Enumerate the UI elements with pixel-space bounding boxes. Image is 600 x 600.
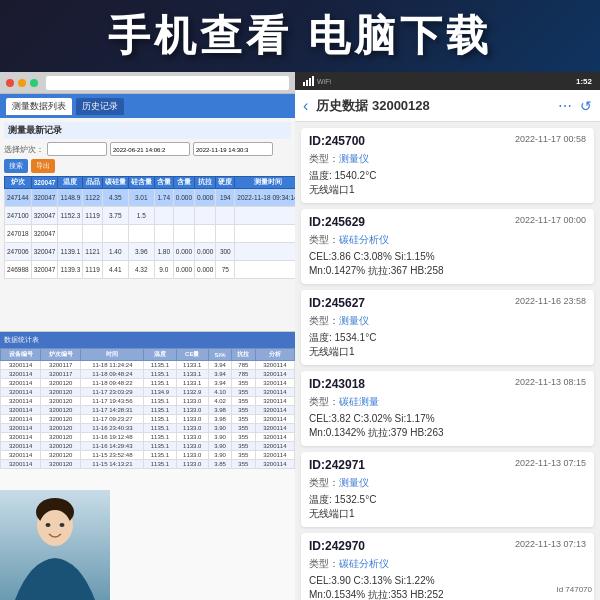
left-top-section: 测量数据列表 历史记录 测量最新记录 选择炉次： 2022-06-21 14:0… (0, 72, 295, 332)
record-id: ID:245627 (309, 296, 365, 310)
cell-4-8: 0.000 (195, 261, 216, 279)
cell-1-3: 1119 (83, 207, 102, 225)
sc-5-3: 1135.1 (144, 406, 176, 415)
minimize-dot[interactable] (18, 79, 26, 87)
sig2 (306, 80, 308, 86)
sc-6-1: 3200120 (41, 415, 81, 424)
record-id: ID:245629 (309, 215, 365, 229)
data-table: 炉次 320047 温度 品品 碳硅量 硅含量 含量 含量 抗拉 硬度 测量时间… (4, 176, 295, 279)
sc-6-0: 3200114 (1, 415, 41, 424)
record-id: ID:242971 (309, 458, 365, 472)
table-row: 2470063200471139.111211.403.961.800.0000… (5, 243, 296, 261)
data-table-body: 2471443200471148.911224.353.011.740.0000… (5, 189, 296, 279)
tab-history[interactable]: 历史记录 (76, 98, 124, 115)
cell-0-10: 2022-11-18 09:34:14 (235, 189, 295, 207)
nav-icons: ⋯ ↺ (558, 98, 592, 114)
list-item[interactable]: ID:2457002022-11-17 00:58类型：测量仪温度: 1540.… (301, 128, 594, 203)
spreadsheet-table: 设备编号炉次编号时间温度CE量Si%抗拉分析 3200114320011711-… (0, 348, 295, 469)
sc-9-4: 1133.0 (176, 442, 208, 451)
cell-2-9 (216, 225, 235, 243)
refresh-icon[interactable]: ↺ (580, 98, 592, 114)
sc-10-5: 3.90 (208, 451, 231, 460)
cell-3-5: 3.96 (128, 243, 154, 261)
list-item[interactable]: ID:2429702022-11-13 07:13类型：碳硅分析仪CEL:3.9… (301, 533, 594, 600)
table-row: 2471443200471148.911224.353.011.740.0000… (5, 189, 296, 207)
sc-6-2: 11-17 09:23:27 (81, 415, 144, 424)
spreadsheet-title: 数据统计表 (4, 335, 39, 345)
sc-8-6: 355 (232, 433, 256, 442)
maximize-dot[interactable] (30, 79, 38, 87)
cell-0-7: 0.000 (173, 189, 194, 207)
sc-7-3: 1135.1 (144, 424, 176, 433)
sc-2-3: 1135.1 (144, 379, 176, 388)
list-item[interactable]: ID:2429712022-11-13 07:15类型：测量仪温度: 1532.… (301, 452, 594, 527)
list-item: 3200114320011711-18 09:48:241135.11133.1… (1, 370, 295, 379)
sc-0-2: 11-18 11:24:24 (81, 361, 144, 370)
col-mn: 含量 (154, 177, 173, 189)
sc-8-2: 11-16 19:12:48 (81, 433, 144, 442)
sc-1-7: 3200114 (255, 370, 294, 379)
date-to-input[interactable]: 2022-11-19 14:30:3 (193, 142, 273, 156)
sc-2-5: 3.94 (208, 379, 231, 388)
export-button[interactable]: 导出 (31, 159, 55, 173)
sc-2-6: 355 (232, 379, 256, 388)
record-type: 类型：测量仪 (309, 152, 586, 166)
sh-col-0: 设备编号 (1, 349, 41, 361)
cell-3-9: 300 (216, 243, 235, 261)
svg-point-5 (60, 523, 65, 527)
cell-0-5: 3.01 (128, 189, 154, 207)
url-bar[interactable] (46, 76, 289, 90)
furnace-select[interactable] (47, 142, 107, 156)
list-item[interactable]: ID:2456292022-11-17 00:00类型：碳硅分析仪CEL:3.8… (301, 209, 594, 284)
list-item: 3200114320012011-15 14:13:211135.11133.0… (1, 460, 295, 469)
col-grade: 品品 (83, 177, 102, 189)
cell-4-5: 4.32 (128, 261, 154, 279)
record-data: CEL:3.86 C:3.08% Si:1.15%Mn:0.1427% 抗拉:3… (309, 250, 586, 278)
sc-2-7: 3200114 (255, 379, 294, 388)
sc-2-1: 3200120 (41, 379, 81, 388)
search-button[interactable]: 搜索 (4, 159, 28, 173)
list-item[interactable]: ID:2430182022-11-13 08:15类型：碳硅测量CEL:3.82… (301, 371, 594, 446)
col-carbon: 碳硅量 (102, 177, 128, 189)
sc-10-7: 3200114 (255, 451, 294, 460)
sc-9-7: 3200114 (255, 442, 294, 451)
sh-col-1: 炉次编号 (41, 349, 81, 361)
cell-0-8: 0.000 (195, 189, 216, 207)
cell-1-5: 1.5 (128, 207, 154, 225)
record-type: 类型：测量仪 (309, 314, 586, 328)
sc-10-3: 1135.1 (144, 451, 176, 460)
record-id: ID:245700 (309, 134, 365, 148)
date-from-input[interactable]: 2022-06-21 14:06:2 (110, 142, 190, 156)
svg-point-4 (46, 523, 51, 527)
cell-3-4: 1.40 (102, 243, 128, 261)
record-id: ID:243018 (309, 377, 365, 391)
mobile-frame: WiFi 1:52 ‹ 历史数据 32000128 ⋯ ↺ ID:2457002… (295, 72, 600, 600)
top-banner: 手机查看 电脑下载 (0, 0, 600, 72)
cell-3-7: 0.000 (173, 243, 194, 261)
sc-5-2: 11-17 14:28:31 (81, 406, 144, 415)
more-icon[interactable]: ⋯ (558, 98, 572, 114)
list-item[interactable]: ID:2456272022-11-16 23:58类型：测量仪温度: 1534.… (301, 290, 594, 365)
sc-9-6: 355 (232, 442, 256, 451)
back-button[interactable]: ‹ (303, 97, 308, 115)
sc-8-1: 3200120 (41, 433, 81, 442)
left-bottom-section: 数据统计表 设备编号炉次编号时间温度CE量Si%抗拉分析 32001143200… (0, 332, 295, 600)
cell-3-2: 1139.1 (58, 243, 83, 261)
cell-2-7 (173, 225, 194, 243)
sc-9-1: 3200120 (41, 442, 81, 451)
record-data: CEL:3.82 C:3.02% Si:1.17%Mn:0.1342% 抗拉:3… (309, 412, 586, 440)
col-id: 炉次 (5, 177, 32, 189)
cell-1-0: 247100 (5, 207, 32, 225)
cell-2-8 (195, 225, 216, 243)
record-type: 类型：测量仪 (309, 476, 586, 490)
record-type: 类型：碳硅测量 (309, 395, 586, 409)
sc-6-5: 3.98 (208, 415, 231, 424)
sc-5-7: 3200114 (255, 406, 294, 415)
main-area: 测量数据列表 历史记录 测量最新记录 选择炉次： 2022-06-21 14:0… (0, 72, 600, 600)
cell-3-6: 1.80 (154, 243, 173, 261)
sh-col-3: 温度 (144, 349, 176, 361)
cell-3-1: 320047 (31, 243, 58, 261)
sc-11-2: 11-15 14:13:21 (81, 460, 144, 469)
close-dot[interactable] (6, 79, 14, 87)
tab-data-list[interactable]: 测量数据列表 (6, 98, 72, 115)
